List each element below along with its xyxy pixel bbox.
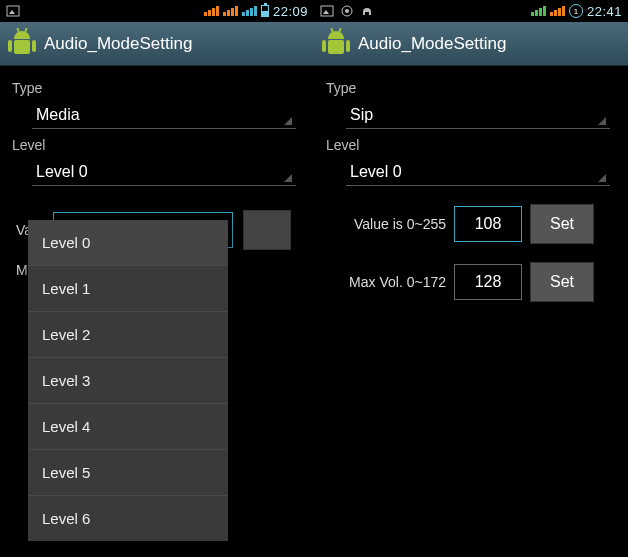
image-icon [6, 4, 20, 18]
type-spinner[interactable]: Media [32, 100, 296, 129]
chevron-down-icon [284, 174, 292, 182]
battery-circle-icon: 1 [569, 4, 583, 18]
max-row: Max Vol. 0~172 Set [336, 262, 616, 302]
statusbar: 1 22:41 [314, 0, 628, 22]
chevron-down-icon [284, 117, 292, 125]
app-title: Audio_ModeSetting [44, 34, 192, 54]
dropdown-item[interactable]: Level 3 [28, 358, 228, 404]
headset-icon [360, 4, 374, 18]
signal-icon [242, 6, 257, 16]
type-label: Type [326, 80, 616, 96]
set-button[interactable]: Set [530, 204, 594, 244]
signal-icon [550, 6, 565, 16]
dropdown-item[interactable]: Level 2 [28, 312, 228, 358]
level-spinner[interactable]: Level 0 [346, 157, 610, 186]
battery-icon [261, 5, 269, 17]
svg-rect-0 [7, 6, 19, 16]
image-icon [320, 4, 334, 18]
android-icon [322, 29, 350, 59]
content: Type Sip Level Level 0 Value is 0~255 Se… [314, 66, 628, 302]
chevron-down-icon [598, 174, 606, 182]
app-title: Audio_ModeSetting [358, 34, 506, 54]
android-icon [8, 29, 36, 59]
level-dropdown[interactable]: Level 0 Level 1 Level 2 Level 3 Level 4 … [28, 220, 228, 541]
level-spinner[interactable]: Level 0 [32, 157, 296, 186]
value-label: Value is 0~255 [336, 216, 446, 232]
clock: 22:41 [587, 4, 622, 19]
screen-right: 1 22:41 Audio_ModeSetting Type Sip Level… [314, 0, 628, 557]
dropdown-item[interactable]: Level 4 [28, 404, 228, 450]
target-icon [340, 4, 354, 18]
screen-left: 22:09 Audio_ModeSetting Type Media Level… [0, 0, 314, 557]
signal-icon [531, 6, 546, 16]
level-label: Level [326, 137, 616, 153]
value-input[interactable] [454, 206, 522, 242]
level-value: Level 0 [36, 163, 88, 181]
type-spinner[interactable]: Sip [346, 100, 610, 129]
type-label: Type [12, 80, 302, 96]
clock: 22:09 [273, 4, 308, 19]
svg-marker-3 [323, 10, 329, 14]
dropdown-item[interactable]: Level 0 [28, 220, 228, 266]
signal-icon [223, 6, 238, 16]
chevron-down-icon [598, 117, 606, 125]
dropdown-item[interactable]: Level 6 [28, 496, 228, 541]
svg-rect-2 [321, 6, 333, 16]
max-input[interactable] [454, 264, 522, 300]
dropdown-item[interactable]: Level 5 [28, 450, 228, 496]
max-label: Max Vol. 0~172 [336, 274, 446, 290]
svg-point-5 [345, 9, 349, 13]
set-button[interactable]: Set [530, 262, 594, 302]
appbar: Audio_ModeSetting [314, 22, 628, 66]
type-value: Media [36, 106, 80, 124]
svg-marker-1 [9, 10, 15, 14]
type-value: Sip [350, 106, 373, 124]
level-value: Level 0 [350, 163, 402, 181]
level-label: Level [12, 137, 302, 153]
signal-icon [204, 6, 219, 16]
appbar: Audio_ModeSetting [0, 22, 314, 66]
statusbar: 22:09 [0, 0, 314, 22]
dropdown-item[interactable]: Level 1 [28, 266, 228, 312]
value-row: Value is 0~255 Set [336, 204, 616, 244]
set-button[interactable] [243, 210, 291, 250]
